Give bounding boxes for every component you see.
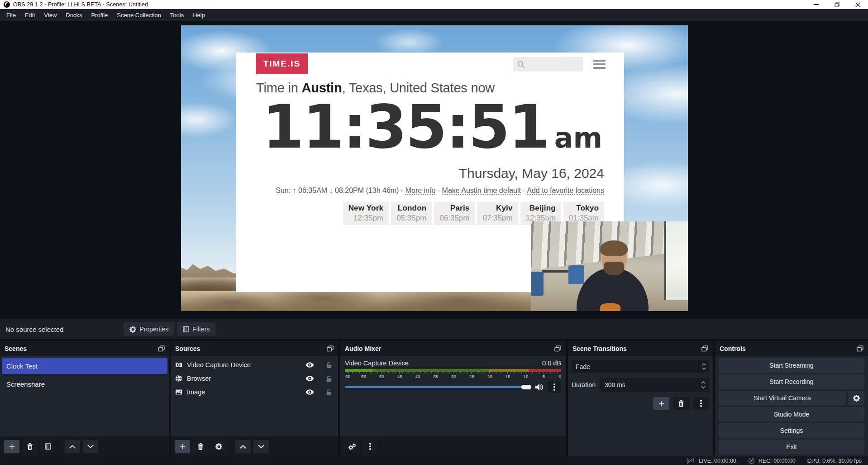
menu-edit[interactable]: Edit — [20, 9, 39, 21]
add-source-button[interactable] — [175, 440, 190, 453]
live-status: LIVE: 00:00:00 — [686, 457, 736, 464]
popout-icon[interactable] — [327, 345, 334, 352]
menu-file[interactable]: File — [2, 9, 20, 21]
advanced-audio-button[interactable] — [344, 440, 360, 453]
source-item-image[interactable]: Image — [171, 385, 338, 399]
sun-info-line: Sun: ↑ 06:35AM ↓ 08:20PM (13h 46m) - Mor… — [276, 187, 604, 195]
kebab-icon — [369, 446, 371, 447]
statusbar: LIVE: 00:00:00 REC: 00:00:00 CPU: 0.6%, … — [0, 456, 868, 465]
city-new-york: New York12:35pm — [343, 201, 389, 225]
menu-docks[interactable]: Docks — [61, 9, 86, 21]
camera-icon — [175, 361, 182, 369]
live-status-icon — [686, 457, 695, 464]
chevron-up-icon — [701, 381, 706, 384]
search-box — [513, 57, 583, 72]
remove-source-button[interactable] — [193, 440, 208, 453]
chevron-up-icon — [240, 445, 246, 449]
webcam-orange-object — [600, 303, 620, 311]
mixer-menu-button[interactable] — [362, 440, 378, 453]
hamburger-menu-icon — [593, 60, 606, 71]
transition-select[interactable]: Fade — [572, 360, 709, 373]
chevron-down-icon — [701, 386, 706, 388]
move-scene-down-button[interactable] — [83, 440, 98, 453]
controls-panel: Controls Start Streaming Start Recording… — [715, 341, 868, 456]
plus-icon — [658, 400, 665, 407]
eye-icon[interactable] — [305, 389, 314, 395]
eye-icon[interactable] — [305, 376, 314, 381]
popout-icon[interactable] — [857, 345, 863, 352]
gear-icon — [853, 395, 860, 402]
webcam-chair — [568, 265, 584, 284]
source-status-text: No source selected — [5, 326, 63, 333]
volume-slider[interactable] — [345, 386, 531, 388]
transition-properties-button[interactable] — [693, 397, 709, 410]
scene-filters-button[interactable] — [40, 440, 56, 453]
program-canvas[interactable]: TIME.IS Time in Austin, Texas, United St… — [181, 25, 688, 311]
restore-icon — [835, 2, 839, 7]
webcam-overlay — [531, 221, 688, 311]
volume-slider-handle[interactable] — [521, 385, 531, 389]
lock-icon[interactable] — [326, 362, 332, 369]
popout-icon[interactable] — [158, 345, 165, 352]
source-item-browser[interactable]: Browser — [171, 372, 338, 385]
minimize-button[interactable] — [806, 0, 826, 9]
start-virtual-camera-button[interactable]: Start Virtual Camera — [719, 391, 846, 405]
more-info-link: More info — [405, 187, 436, 194]
webcam-person-beard — [604, 262, 624, 275]
eye-icon[interactable] — [305, 362, 314, 368]
audio-mixer-panel: Audio Mixer Video Capture Device 0.0 dB … — [340, 341, 566, 456]
add-transition-button[interactable] — [653, 397, 669, 410]
virtual-camera-config-button[interactable] — [848, 391, 864, 405]
cpu-status: CPU: 0.6%, 30.00 fps — [807, 458, 862, 464]
chevron-down-icon — [258, 445, 264, 449]
close-button[interactable] — [847, 0, 868, 9]
chevron-down-icon — [702, 367, 706, 370]
filter-icon — [183, 326, 189, 332]
restore-button[interactable] — [826, 0, 847, 9]
menu-scene-collection[interactable]: Scene Collection — [112, 9, 166, 21]
exit-button[interactable]: Exit — [719, 440, 864, 454]
menu-tools[interactable]: Tools — [166, 9, 188, 21]
remove-transition-button[interactable] — [673, 397, 689, 410]
scene-item-screenshare[interactable]: Screenshare — [2, 376, 167, 392]
minimize-icon — [814, 4, 819, 5]
kebab-icon — [700, 403, 702, 404]
popout-icon[interactable] — [554, 345, 561, 352]
obs-window: OBS 29.1.2 - Profile: LLHLS BETA - Scene… — [0, 0, 868, 465]
speaker-icon[interactable] — [535, 384, 544, 391]
scene-item-clock-test[interactable]: Clock Test — [2, 358, 167, 374]
start-recording-button[interactable]: Start Recording — [719, 374, 864, 389]
menu-help[interactable]: Help — [188, 9, 210, 21]
source-properties-button[interactable] — [211, 440, 226, 453]
audio-mixer-body: Video Capture Device 0.0 dB -60 -55 -50 … — [340, 356, 566, 436]
move-source-up-button[interactable] — [235, 440, 251, 453]
image-icon — [175, 388, 182, 396]
studio-mode-button[interactable]: Studio Mode — [719, 407, 864, 422]
window-title: OBS 29.1.2 - Profile: LLHLS BETA - Scene… — [13, 1, 148, 8]
mixer-channel-menu-button[interactable] — [548, 381, 561, 393]
move-source-down-button[interactable] — [253, 440, 269, 453]
settings-button[interactable]: Settings — [719, 423, 864, 438]
source-item-video-capture[interactable]: Video Capture Device — [171, 358, 338, 372]
scenes-toolbar — [0, 436, 169, 456]
kebab-icon — [553, 386, 555, 388]
menu-profile[interactable]: Profile — [86, 9, 112, 21]
filter-icon — [45, 443, 51, 450]
properties-button[interactable]: Properties — [124, 322, 174, 336]
duration-input[interactable]: 300 ms — [600, 378, 709, 392]
menu-view[interactable]: View — [39, 9, 61, 21]
move-scene-up-button[interactable] — [65, 440, 80, 453]
filters-button[interactable]: Filters — [177, 322, 215, 336]
close-icon — [855, 2, 860, 7]
make-default-link: Make Austin time default — [442, 187, 521, 194]
remove-scene-button[interactable] — [22, 440, 38, 453]
lock-icon[interactable] — [326, 389, 332, 396]
add-scene-button[interactable] — [4, 440, 19, 453]
add-favorite-link: Add to favorite locations — [527, 187, 604, 194]
scenes-list: Clock Test Screenshare — [0, 356, 169, 436]
start-streaming-button[interactable]: Start Streaming — [719, 358, 864, 373]
popout-icon[interactable] — [701, 345, 708, 352]
source-toolbar: No source selected Properties Filters — [0, 319, 868, 339]
lock-icon[interactable] — [326, 375, 332, 382]
combo-spinner[interactable] — [698, 360, 709, 373]
